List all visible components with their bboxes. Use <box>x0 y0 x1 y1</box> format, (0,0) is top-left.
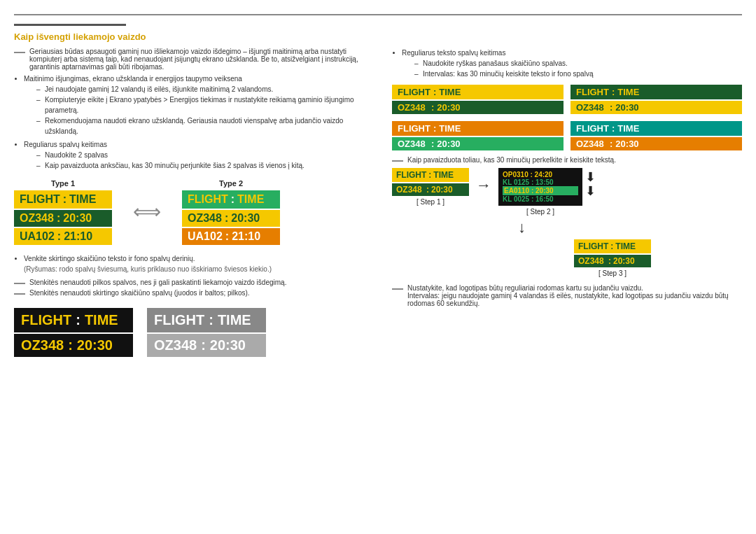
bb2-h-time: TIME <box>218 312 251 328</box>
left-col: Geriausias būdas apsaugoti gaminį nuo iš… <box>14 48 378 357</box>
rb22-h-flight: FLIGHT <box>576 123 609 134</box>
bb1-h-flight: FLIGHT <box>21 312 71 328</box>
type2-r1-flight: OZ348 <box>188 212 222 225</box>
rb21-h-sep: : <box>433 123 436 134</box>
type2-h-time: TIME <box>237 193 264 206</box>
rb22-d-flight: OZ348 <box>576 139 607 149</box>
type1-block: Type 1 FLIGHT : TIME OZ348 : <box>14 179 112 245</box>
right-sub-1: Naudokite ryškas panašaus skaičiūno spal… <box>416 58 742 69</box>
dash3 <box>14 293 25 295</box>
bb2-d-sep: : <box>201 337 206 353</box>
rb11-d-flight: OZ348 <box>398 102 428 113</box>
type1-r2-time: 21:10 <box>64 230 92 243</box>
note1: Venkite skirtingo skaičiūno teksto ir fo… <box>24 253 378 274</box>
note-scroll-line: Kaip pavaizduota toliau, kas 30 minučių … <box>392 156 742 164</box>
type1-r1-flight: OZ348 <box>20 212 54 225</box>
bullet-list: Maitinimo išjungimas, ekrano užsklanda i… <box>24 73 378 171</box>
note2-line: Stenkitės nenaudoti pilkos spalvos, nes … <box>14 279 378 286</box>
sub-item-1-2: Kompiuteryje eikite į Ekrano ypatybės > … <box>38 94 378 115</box>
section-rule <box>14 24 126 26</box>
type1-label: Type 1 <box>14 179 112 188</box>
rb22-h-sep: : <box>612 123 615 134</box>
sub-item-2-2: Kaip pavaizduota anksčiau, kas 30 minuči… <box>38 160 378 171</box>
down-arrows: ⬇ ⬇ <box>585 171 596 199</box>
rb21-data: OZ348 : 20:30 <box>392 137 564 150</box>
rb21-d-sep: : <box>431 139 434 149</box>
rb12-d-sep: : <box>610 102 612 113</box>
main-layout: Geriausias būdas apsaugoti gaminį nuo iš… <box>14 48 742 357</box>
type-section: Type 1 FLIGHT : TIME OZ348 : <box>14 179 378 245</box>
rb12-h-time: TIME <box>617 87 639 97</box>
scroll-row-2: KL 0125 : 13:50 <box>503 178 578 186</box>
rb12-d-flight: OZ348 <box>576 102 607 113</box>
note-logo: Nustatykite, kad logotipas būtų reguliar… <box>407 284 643 292</box>
bottom-board1: FLIGHT : TIME OZ348 : 20:30 <box>14 308 133 357</box>
rb-2-2: FLIGHT : TIME OZ348 : 20:30 <box>570 121 742 150</box>
scroll-row-4: KL 0025 : 16:50 <box>503 195 578 203</box>
section-title: Kaip išvengti liekamojo vaizdo <box>14 31 742 42</box>
right-col: Reguliarus teksto spalvų keitimas Naudok… <box>392 48 742 357</box>
type1-h-sep: : <box>63 193 66 206</box>
type2-row1: OZ348 : 20:30 <box>182 210 280 227</box>
rb21-h-flight: FLIGHT <box>398 123 430 134</box>
bottom-boards: FLIGHT : TIME OZ348 : 20:30 FLIGHT : <box>14 308 378 357</box>
rb21-h-time: TIME <box>439 123 461 134</box>
rb11-h-time: TIME <box>439 87 461 97</box>
note2: Stenkitės nenaudoti pilkos spalvos, nes … <box>29 279 286 286</box>
type2-r2-time: 21:10 <box>232 230 260 243</box>
rb-2-1: FLIGHT : TIME OZ348 : 20:30 <box>392 121 564 150</box>
sub-item-1-1: Jei naudojate gaminį 12 valandų iš eilės… <box>38 84 378 94</box>
rb22-d-time: 20:30 <box>615 139 638 149</box>
rb-1-1: FLIGHT : TIME OZ348 : 20:30 <box>392 85 564 114</box>
s1-d-time: 20:30 <box>431 185 453 195</box>
step3-board: FLIGHT : TIME OZ348 : 20:30 <box>574 239 651 267</box>
notes-list: Venkite skirtingo skaičiūno teksto ir fo… <box>24 253 378 274</box>
bb2-d-time: 20:30 <box>210 337 246 353</box>
bb1-data: OZ348 : 20:30 <box>14 334 133 357</box>
s3-h-sep: : <box>610 241 613 251</box>
right-bullet-1: Reguliarus teksto spalvų keitimas Naudok… <box>402 48 742 79</box>
step1-container: FLIGHT : TIME OZ348 : 20:30 [ Step 1 ] <box>392 168 469 206</box>
bb2-h-flight: FLIGHT <box>154 312 204 328</box>
type1-h-time: TIME <box>69 193 96 206</box>
s3-header: FLIGHT : TIME <box>574 239 651 253</box>
rb11-d-time: 20:30 <box>437 102 460 113</box>
step1-board: FLIGHT : TIME OZ348 : 20:30 <box>392 168 469 196</box>
rb22-header: FLIGHT : TIME <box>570 121 742 136</box>
type2-row2: UA102 : 21:10 <box>182 228 280 245</box>
step2-scrolling-board: OP0310 : 24:20 KL 0125 : 13:50 EA0110 : … <box>498 168 582 206</box>
rb21-d-flight: OZ348 <box>398 139 428 149</box>
bottom-board2: FLIGHT : TIME OZ348 : 20:30 <box>147 308 266 357</box>
note1-sub: (Ryšumas: rodo spalvų šviesumą, kuris pr… <box>24 265 272 273</box>
steps-row: FLIGHT : TIME OZ348 : 20:30 [ Step 1 ] → <box>392 168 742 216</box>
right-sub-2: Intervalas: kas 30 minučių keiskite teks… <box>416 69 742 79</box>
s3-d-time: 20:30 <box>613 256 635 266</box>
bb2-h-sep: : <box>209 312 214 328</box>
step1-label: [ Step 1 ] <box>416 198 444 206</box>
note-logo2: Intervalas: jeigu naudojate gaminį 4 val… <box>407 292 729 307</box>
rb12-d-time: 20:30 <box>615 102 638 113</box>
s1-h-time: TIME <box>433 170 454 180</box>
type1-r2-sep: : <box>57 230 61 243</box>
dash-line <box>14 52 25 53</box>
type1-h-flight: FLIGHT <box>20 193 60 206</box>
left-right-arrow-icon: ⟺ <box>133 200 161 223</box>
type2-r1-time: 20:30 <box>231 212 260 225</box>
rb11-header: FLIGHT : TIME <box>392 85 564 99</box>
rb-1-2: FLIGHT : TIME OZ348 : 20:30 <box>570 85 742 114</box>
bb2-d-flight: OZ348 <box>154 337 197 353</box>
rb12-header: FLIGHT : TIME <box>570 85 742 99</box>
step3-container: FLIGHT : TIME OZ348 : 20:30 [ Step 3 ] <box>483 239 742 277</box>
bb1-h-sep: : <box>76 312 80 328</box>
type2-h-sep: : <box>231 193 234 206</box>
rb11-h-flight: FLIGHT <box>398 87 430 97</box>
s1-data: OZ348 : 20:30 <box>392 183 469 196</box>
step3-label: [ Step 3 ] <box>598 269 626 277</box>
note3: Stenkitės nenaudoti skirtingo skaičiūno … <box>29 289 250 297</box>
s1-h-flight: FLIGHT <box>396 170 426 180</box>
note3-line: Stenkitės nenaudoti skirtingo skaičiūno … <box>14 289 378 297</box>
bb1-d-flight: OZ348 <box>21 337 64 353</box>
sub-item-2-1: Naudokite 2 spalvas <box>38 150 378 160</box>
step2-label: [ Step 2 ] <box>526 208 554 216</box>
down-arrow-step3-wrap: ↓ <box>392 218 742 237</box>
